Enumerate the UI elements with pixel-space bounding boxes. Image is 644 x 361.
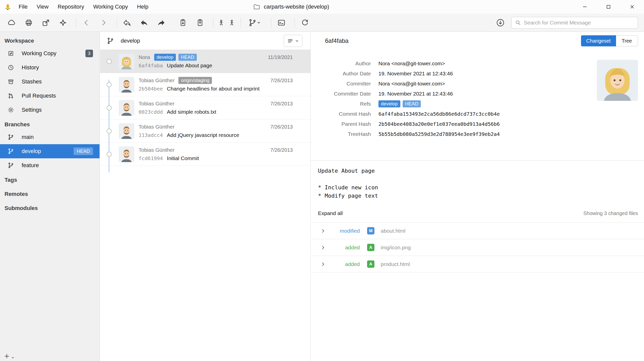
tower-logo-icon <box>4 3 12 11</box>
stash-save-button[interactable] <box>176 16 190 30</box>
field-label: Author Date <box>311 71 371 77</box>
clipboard-up-icon <box>196 18 204 27</box>
open-external-button[interactable] <box>39 16 53 30</box>
print-button[interactable] <box>22 16 36 30</box>
back-button[interactable] <box>79 16 93 30</box>
commit-row[interactable]: Tobias Günther origin/staging 7/26/2013 … <box>100 73 310 96</box>
branch-icon <box>8 134 14 140</box>
file-name: product.html <box>381 261 410 267</box>
folder-icon <box>253 3 261 11</box>
sidebar-item-label: History <box>22 64 39 71</box>
sidebar-header-submodules[interactable]: Submodules <box>0 203 100 214</box>
commit-row[interactable]: Tobias Günther 7/26/2013 113adcc4 Add jQ… <box>100 119 310 143</box>
sidebar-branch-feature[interactable]: feature <box>0 158 100 172</box>
stash-apply-button[interactable] <box>193 16 207 30</box>
commit-hash: 0023cddd <box>139 109 163 115</box>
field-label: Committer Date <box>311 91 371 97</box>
sidebar-item-history[interactable]: History <box>0 61 100 75</box>
file-row[interactable]: added A img/icon.png <box>311 239 644 256</box>
refresh-button[interactable] <box>298 16 312 30</box>
field-value: Nora <nora@git-tower.com> <box>378 61 445 67</box>
field-value: 6af4faba153493e2ca56db86e6dcd737c3cc0b4e <box>378 111 500 117</box>
commit-row[interactable]: Tobias Günther 7/26/2013 fcd61994 Initia… <box>100 143 310 166</box>
file-row[interactable]: added A product.html <box>311 256 644 272</box>
sparkle-icon <box>59 18 67 27</box>
commit-date: 7/26/2013 <box>270 147 293 153</box>
toolbar <box>0 14 644 32</box>
sidebar-branch-main[interactable]: main <box>0 130 100 144</box>
merge-button[interactable] <box>244 16 265 30</box>
branch-icon <box>107 37 114 45</box>
tab-changeset[interactable]: Changeset <box>581 35 616 46</box>
forward-arrow-filled-icon <box>157 18 166 27</box>
commit-message: Update About page <box>167 63 212 69</box>
commit-author: Tobias Günther <box>139 77 174 83</box>
field-label: Author <box>311 61 371 67</box>
sidebar-item-label: Stashes <box>22 78 42 85</box>
sidebar-header-workspace[interactable]: Workspace <box>0 35 100 46</box>
person-down-button[interactable] <box>227 16 237 30</box>
redo-button[interactable] <box>154 16 168 30</box>
commit-hash: 2b504bee <box>139 86 163 92</box>
field-commit-hash: Commit Hash 6af4faba153493e2ca56db86e6dc… <box>311 109 644 119</box>
updates-button[interactable] <box>496 18 505 27</box>
fetch-button[interactable] <box>5 16 19 30</box>
expand-all-button[interactable]: Expand all <box>318 210 343 216</box>
sidebar-header-tags[interactable]: Tags <box>0 174 100 186</box>
menu-help[interactable]: Help <box>133 0 153 14</box>
ref-badge-develop: develop <box>154 54 176 61</box>
chevron-right-icon <box>320 228 326 233</box>
commit-date: 7/26/2013 <box>270 101 293 107</box>
list-options-button[interactable] <box>284 35 302 47</box>
terminal-icon <box>277 18 286 27</box>
commit-row[interactable]: Tobias Günther 7/26/2013 0023cddd Add si… <box>100 96 310 119</box>
services-button[interactable] <box>56 16 70 30</box>
search-input[interactable] <box>524 20 635 26</box>
revert-button[interactable] <box>137 16 151 30</box>
chevron-down-icon <box>257 21 261 25</box>
forward-button[interactable] <box>96 16 111 30</box>
field-committer: Committer Nora <nora@git-tower.com> <box>311 79 644 89</box>
commit-row[interactable]: Nora develop HEAD 11/19/2021 6af4faba Up… <box>100 50 310 73</box>
file-row[interactable]: modified M about.html <box>311 222 644 239</box>
add-button[interactable] <box>4 353 15 359</box>
graph-node <box>107 82 112 87</box>
sidebar-header-remotes[interactable]: Remotes <box>0 189 100 200</box>
chevron-down-icon <box>295 39 299 43</box>
toolbar-separator <box>295 18 295 27</box>
field-label: TreeHash <box>311 131 371 137</box>
sidebar-branch-develop[interactable]: develop HEAD <box>0 144 100 158</box>
merge-icon <box>248 18 257 27</box>
file-status-badge: A <box>367 244 374 251</box>
commit-hash: 6af4faba <box>139 63 163 69</box>
back-icon <box>82 19 90 27</box>
minimize-button[interactable] <box>573 0 597 14</box>
tab-tree[interactable]: Tree <box>616 35 638 46</box>
commit-message-line: Update About page <box>318 167 378 175</box>
menu-repository[interactable]: Repository <box>53 0 89 14</box>
terminal-button[interactable] <box>274 16 288 30</box>
sidebar-header-branches[interactable]: Branches <box>0 119 100 130</box>
commit-hash: 113adcc4 <box>139 132 163 138</box>
undo-button[interactable] <box>120 16 134 30</box>
menu-working-copy[interactable]: Working Copy <box>89 0 133 14</box>
detail-commit-hash-title: 6af4faba <box>325 37 348 44</box>
commit-message: Initial Commit <box>167 155 199 161</box>
maximize-button[interactable] <box>597 0 620 14</box>
download-circle-icon <box>496 18 505 27</box>
sidebar-item-working-copy[interactable]: Working Copy 3 <box>0 46 100 61</box>
sidebar-item-settings[interactable]: Settings <box>0 103 100 117</box>
menu-file[interactable]: File <box>14 0 32 14</box>
person-up-button[interactable] <box>216 16 226 30</box>
file-name: img/icon.png <box>381 245 411 251</box>
ref-badge-origin-staging: origin/staging <box>178 77 212 84</box>
menu-view[interactable]: View <box>32 0 53 14</box>
sidebar-item-pull-requests[interactable]: Pull Requests <box>0 89 100 103</box>
view-switcher: Changeset Tree <box>581 35 638 46</box>
archive-box-icon <box>8 78 14 85</box>
commit-message-line: * Modify page text <box>318 192 378 200</box>
commit-message: Add simple robots.txt <box>167 109 216 115</box>
close-button[interactable] <box>620 0 644 14</box>
file-status: added <box>330 245 360 251</box>
sidebar-item-stashes[interactable]: Stashes <box>0 75 100 89</box>
